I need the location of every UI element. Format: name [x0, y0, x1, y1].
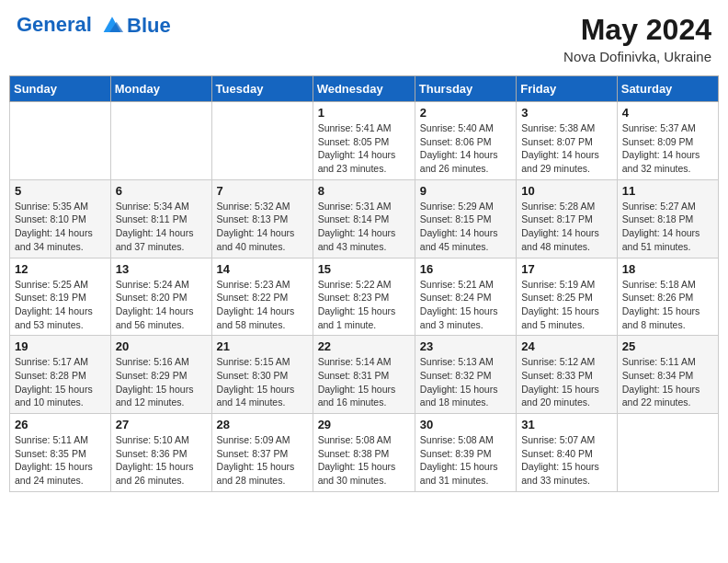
day-number: 25 — [622, 339, 713, 353]
calendar-cell — [617, 414, 718, 492]
calendar-cell: 5Sunrise: 5:35 AM Sunset: 8:10 PM Daylig… — [10, 179, 111, 258]
day-info: Sunrise: 5:27 AM Sunset: 8:18 PM Dayligh… — [622, 200, 713, 254]
day-number: 23 — [420, 339, 511, 353]
day-info: Sunrise: 5:11 AM Sunset: 8:35 PM Dayligh… — [15, 433, 106, 488]
day-number: 22 — [318, 339, 410, 353]
calendar-cell — [110, 102, 211, 180]
day-number: 3 — [521, 106, 612, 120]
calendar-week-1: 1Sunrise: 5:41 AM Sunset: 8:05 PM Daylig… — [10, 102, 719, 180]
calendar-table: SundayMondayTuesdayWednesdayThursdayFrid… — [9, 75, 719, 492]
calendar-cell: 28Sunrise: 5:09 AM Sunset: 8:37 PM Dayli… — [211, 414, 313, 492]
logo-icon — [99, 13, 125, 39]
calendar-cell — [10, 102, 111, 180]
day-number: 29 — [318, 418, 410, 431]
day-number: 24 — [521, 339, 612, 353]
logo-text: General — [17, 13, 125, 39]
day-info: Sunrise: 5:18 AM Sunset: 8:26 PM Dayligh… — [622, 278, 713, 332]
day-number: 9 — [420, 184, 511, 198]
calendar-cell: 26Sunrise: 5:11 AM Sunset: 8:35 PM Dayli… — [10, 414, 111, 492]
calendar-cell: 6Sunrise: 5:34 AM Sunset: 8:11 PM Daylig… — [110, 179, 211, 258]
day-number: 31 — [521, 418, 612, 431]
day-info: Sunrise: 5:10 AM Sunset: 8:36 PM Dayligh… — [116, 433, 207, 488]
day-info: Sunrise: 5:38 AM Sunset: 8:07 PM Dayligh… — [521, 121, 612, 176]
day-number: 2 — [420, 106, 511, 120]
page-header: General Blue May 2024 Nova Dofinivka, Uk… — [9, 9, 719, 68]
calendar-header-row: SundayMondayTuesdayWednesdayThursdayFrid… — [10, 76, 719, 102]
day-number: 30 — [420, 418, 511, 431]
col-header-sunday: Sunday — [10, 76, 111, 102]
day-number: 18 — [622, 262, 713, 276]
day-info: Sunrise: 5:37 AM Sunset: 8:09 PM Dayligh… — [622, 121, 713, 176]
day-number: 26 — [15, 418, 106, 431]
calendar-week-5: 26Sunrise: 5:11 AM Sunset: 8:35 PM Dayli… — [10, 414, 719, 492]
calendar-cell: 17Sunrise: 5:19 AM Sunset: 8:25 PM Dayli… — [517, 258, 618, 336]
col-header-wednesday: Wednesday — [313, 76, 415, 102]
calendar-cell: 3Sunrise: 5:38 AM Sunset: 8:07 PM Daylig… — [517, 102, 618, 180]
day-info: Sunrise: 5:34 AM Sunset: 8:11 PM Dayligh… — [116, 200, 207, 254]
calendar-cell: 18Sunrise: 5:18 AM Sunset: 8:26 PM Dayli… — [617, 258, 718, 336]
calendar-cell: 20Sunrise: 5:16 AM Sunset: 8:29 PM Dayli… — [110, 336, 211, 414]
day-number: 11 — [622, 184, 713, 198]
day-number: 14 — [217, 262, 308, 276]
calendar-cell: 16Sunrise: 5:21 AM Sunset: 8:24 PM Dayli… — [415, 258, 516, 336]
col-header-friday: Friday — [517, 76, 618, 102]
calendar-cell: 25Sunrise: 5:11 AM Sunset: 8:34 PM Dayli… — [617, 336, 718, 414]
calendar-cell: 19Sunrise: 5:17 AM Sunset: 8:28 PM Dayli… — [10, 336, 111, 414]
calendar-cell: 11Sunrise: 5:27 AM Sunset: 8:18 PM Dayli… — [617, 179, 718, 258]
calendar-cell: 15Sunrise: 5:22 AM Sunset: 8:23 PM Dayli… — [313, 258, 415, 336]
calendar-cell: 23Sunrise: 5:13 AM Sunset: 8:32 PM Dayli… — [415, 336, 516, 414]
day-info: Sunrise: 5:29 AM Sunset: 8:15 PM Dayligh… — [420, 200, 511, 254]
day-info: Sunrise: 5:13 AM Sunset: 8:32 PM Dayligh… — [420, 355, 511, 409]
day-number: 20 — [116, 339, 207, 353]
calendar-cell: 10Sunrise: 5:28 AM Sunset: 8:17 PM Dayli… — [517, 179, 618, 258]
day-info: Sunrise: 5:08 AM Sunset: 8:39 PM Dayligh… — [420, 433, 511, 488]
day-info: Sunrise: 5:24 AM Sunset: 8:20 PM Dayligh… — [116, 278, 207, 332]
day-info: Sunrise: 5:12 AM Sunset: 8:33 PM Dayligh… — [521, 355, 612, 409]
col-header-saturday: Saturday — [617, 76, 718, 102]
day-info: Sunrise: 5:22 AM Sunset: 8:23 PM Dayligh… — [318, 278, 410, 332]
col-header-thursday: Thursday — [415, 76, 516, 102]
calendar-cell: 21Sunrise: 5:15 AM Sunset: 8:30 PM Dayli… — [211, 336, 313, 414]
day-info: Sunrise: 5:16 AM Sunset: 8:29 PM Dayligh… — [116, 355, 207, 409]
day-info: Sunrise: 5:21 AM Sunset: 8:24 PM Dayligh… — [420, 278, 511, 332]
month-title: May 2024 — [563, 13, 711, 47]
day-number: 19 — [15, 339, 106, 353]
location-title: Nova Dofinivka, Ukraine — [563, 49, 711, 64]
day-number: 17 — [521, 262, 612, 276]
logo-line2: Blue — [127, 14, 171, 38]
day-number: 15 — [318, 262, 410, 276]
col-header-monday: Monday — [110, 76, 211, 102]
calendar-week-3: 12Sunrise: 5:25 AM Sunset: 8:19 PM Dayli… — [10, 258, 719, 336]
day-number: 21 — [217, 339, 308, 353]
day-info: Sunrise: 5:19 AM Sunset: 8:25 PM Dayligh… — [521, 278, 612, 332]
day-info: Sunrise: 5:28 AM Sunset: 8:17 PM Dayligh… — [521, 200, 612, 254]
calendar-cell: 9Sunrise: 5:29 AM Sunset: 8:15 PM Daylig… — [415, 179, 516, 258]
day-number: 10 — [521, 184, 612, 198]
calendar-cell: 29Sunrise: 5:08 AM Sunset: 8:38 PM Dayli… — [313, 414, 415, 492]
title-block: May 2024 Nova Dofinivka, Ukraine — [563, 13, 711, 64]
day-info: Sunrise: 5:31 AM Sunset: 8:14 PM Dayligh… — [318, 200, 410, 254]
day-info: Sunrise: 5:17 AM Sunset: 8:28 PM Dayligh… — [15, 355, 106, 409]
calendar-cell — [211, 102, 313, 180]
day-info: Sunrise: 5:25 AM Sunset: 8:19 PM Dayligh… — [15, 278, 106, 332]
day-info: Sunrise: 5:23 AM Sunset: 8:22 PM Dayligh… — [217, 278, 308, 332]
col-header-tuesday: Tuesday — [211, 76, 313, 102]
calendar-cell: 13Sunrise: 5:24 AM Sunset: 8:20 PM Dayli… — [110, 258, 211, 336]
calendar-cell: 30Sunrise: 5:08 AM Sunset: 8:39 PM Dayli… — [415, 414, 516, 492]
day-info: Sunrise: 5:08 AM Sunset: 8:38 PM Dayligh… — [318, 433, 410, 488]
calendar-cell: 1Sunrise: 5:41 AM Sunset: 8:05 PM Daylig… — [313, 102, 415, 180]
calendar-cell: 31Sunrise: 5:07 AM Sunset: 8:40 PM Dayli… — [517, 414, 618, 492]
day-number: 28 — [217, 418, 308, 431]
day-info: Sunrise: 5:09 AM Sunset: 8:37 PM Dayligh… — [217, 433, 308, 488]
calendar-cell: 14Sunrise: 5:23 AM Sunset: 8:22 PM Dayli… — [211, 258, 313, 336]
day-info: Sunrise: 5:40 AM Sunset: 8:06 PM Dayligh… — [420, 121, 511, 176]
calendar-cell: 2Sunrise: 5:40 AM Sunset: 8:06 PM Daylig… — [415, 102, 516, 180]
day-number: 6 — [116, 184, 207, 198]
calendar-week-4: 19Sunrise: 5:17 AM Sunset: 8:28 PM Dayli… — [10, 336, 719, 414]
day-info: Sunrise: 5:11 AM Sunset: 8:34 PM Dayligh… — [622, 355, 713, 409]
day-number: 1 — [318, 106, 410, 120]
day-info: Sunrise: 5:07 AM Sunset: 8:40 PM Dayligh… — [521, 433, 612, 488]
day-number: 8 — [318, 184, 410, 198]
day-number: 16 — [420, 262, 511, 276]
calendar-cell: 27Sunrise: 5:10 AM Sunset: 8:36 PM Dayli… — [110, 414, 211, 492]
